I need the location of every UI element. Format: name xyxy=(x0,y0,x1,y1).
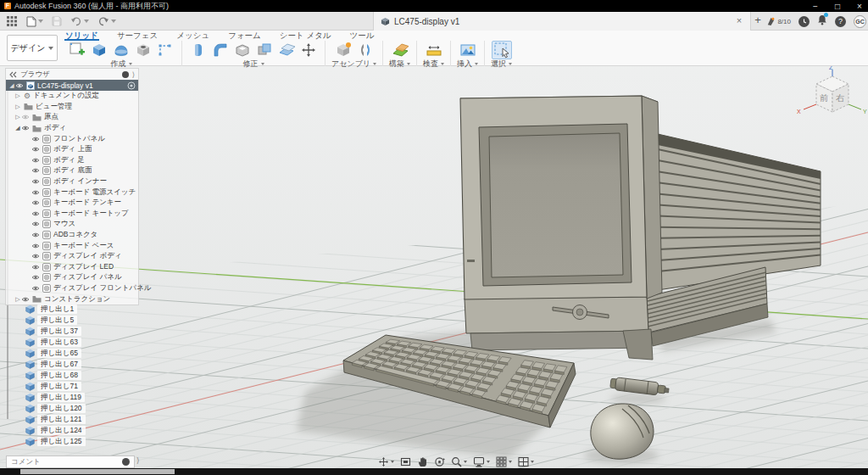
eye-icon[interactable] xyxy=(31,232,40,238)
eye-icon[interactable] xyxy=(31,253,40,260)
browser-row[interactable]: キーボード テンキー xyxy=(6,198,138,209)
activate-radio-icon[interactable] xyxy=(127,81,136,90)
eye-icon[interactable] xyxy=(31,274,40,281)
ribbon-tab-1[interactable]: サーフェス xyxy=(116,31,159,41)
expander-icon[interactable]: ▷ xyxy=(14,92,21,99)
look-at-icon[interactable] xyxy=(400,456,411,467)
browser-item-label[interactable]: マウス xyxy=(53,219,75,229)
feature-row[interactable]: 押し出し119 xyxy=(5,392,86,403)
undo-icon[interactable] xyxy=(68,14,92,29)
browser-item-label[interactable]: ドキュメントの設定 xyxy=(33,91,99,101)
browser-row[interactable]: ディスプレイ LED xyxy=(6,262,138,273)
extensions-button[interactable]: 8/10 xyxy=(766,17,791,26)
browser-row[interactable]: ディスプレイ パネル xyxy=(6,272,138,283)
browser-item-label[interactable]: ADBコネクタ xyxy=(53,230,97,240)
browser-row[interactable]: ▷ビュー管理 xyxy=(6,102,138,113)
close-button[interactable]: × xyxy=(854,1,865,12)
feature-row[interactable]: 押し出し120 xyxy=(5,403,86,414)
feature-row[interactable]: 押し出し68 xyxy=(5,370,86,381)
browser-row[interactable]: ボディ 足 xyxy=(6,155,138,166)
eye-icon[interactable] xyxy=(21,114,30,120)
feature-row[interactable]: 押し出し1 xyxy=(5,304,86,315)
browser-row[interactable]: ディスプレイ ボディ xyxy=(6,251,138,262)
offset-icon[interactable] xyxy=(276,41,297,59)
eye-icon[interactable] xyxy=(31,221,40,227)
move-icon[interactable] xyxy=(298,41,319,59)
sketch-dims-icon[interactable] xyxy=(155,41,175,59)
browser-item-label[interactable]: キーボード ベース xyxy=(53,241,114,251)
app-grid-icon[interactable] xyxy=(4,14,20,29)
feature-label[interactable]: 押し出し63 xyxy=(37,338,81,347)
panel-options-icon[interactable] xyxy=(122,71,129,78)
feature-label[interactable]: 押し出し125 xyxy=(37,437,86,446)
eye-icon[interactable] xyxy=(31,243,40,249)
browser-row[interactable]: ボディ 底面 xyxy=(6,165,138,176)
feature-row[interactable]: 押し出し71 xyxy=(5,381,86,392)
feature-label[interactable]: 押し出し71 xyxy=(37,382,81,391)
browser-row[interactable]: ◢ボディ xyxy=(6,123,138,134)
browser-item-label[interactable]: ボディ インナー xyxy=(53,176,107,187)
browser-item-label[interactable]: ボディ xyxy=(44,123,66,133)
eye-icon[interactable] xyxy=(31,146,40,153)
browser-row[interactable]: ADBコネクタ xyxy=(6,230,138,241)
browser-item-label[interactable]: 原点 xyxy=(44,112,58,122)
construct-plane-icon[interactable] xyxy=(390,41,410,59)
browser-item-label[interactable]: コンストラクション xyxy=(44,294,110,305)
eye-icon[interactable] xyxy=(31,136,40,142)
extrude-icon[interactable] xyxy=(89,41,109,59)
maximize-button[interactable]: □ xyxy=(832,1,843,12)
ribbon-tab-2[interactable]: メッシュ xyxy=(175,31,210,41)
comment-bar[interactable]: コメント xyxy=(6,455,135,468)
insert-canvas-icon[interactable] xyxy=(458,41,478,59)
workspace-selector[interactable]: デザイン xyxy=(7,35,58,61)
tab-close-icon[interactable]: × xyxy=(733,14,745,26)
browser-item-label[interactable]: ディスプレイ フロントパネル xyxy=(53,283,151,293)
browser-item-label[interactable]: ディスプレイ ボディ xyxy=(53,251,122,261)
pan-icon[interactable] xyxy=(378,456,394,467)
group-dropdown-5[interactable]: 挿入 xyxy=(457,59,478,70)
notifications-button[interactable] xyxy=(817,14,827,29)
eye-icon[interactable] xyxy=(31,264,40,271)
eye-icon[interactable] xyxy=(31,167,40,174)
combine-icon[interactable] xyxy=(254,41,275,59)
ribbon-tab-4[interactable]: シート メタル xyxy=(279,31,332,41)
feature-row[interactable]: 押し出し37 xyxy=(5,326,86,337)
browser-row[interactable]: キーボード 電源スイッチ xyxy=(6,187,138,198)
minimize-button[interactable]: − xyxy=(810,1,821,12)
press-pull-icon[interactable] xyxy=(188,41,209,59)
display-settings-icon[interactable] xyxy=(473,456,490,467)
eye-icon[interactable] xyxy=(31,157,40,164)
root-component-label[interactable]: LC475-display v1 xyxy=(37,81,127,90)
hole-icon[interactable] xyxy=(133,41,153,59)
viewports-icon[interactable] xyxy=(518,456,534,467)
browser-row[interactable]: ▷⚙ドキュメントの設定 xyxy=(6,91,138,102)
feature-label[interactable]: 押し出し68 xyxy=(37,371,81,380)
comment-expand-chevron[interactable]: ⟩ xyxy=(136,456,140,465)
browser-item-label[interactable]: ボディ 足 xyxy=(53,155,85,165)
feature-row[interactable]: 押し出し121 xyxy=(5,414,86,425)
feature-row[interactable]: 押し出し67 xyxy=(5,359,86,370)
revolve-icon[interactable] xyxy=(111,41,131,59)
group-dropdown-2[interactable]: アセンブリ xyxy=(331,59,376,70)
browser-row[interactable]: キーボード ベース xyxy=(6,240,138,251)
save-icon[interactable] xyxy=(49,14,64,29)
browser-item-label[interactable]: ボディ 上面 xyxy=(53,144,92,154)
eye-icon[interactable] xyxy=(31,285,40,292)
expander-icon[interactable]: ◢ xyxy=(14,125,21,131)
document-tab[interactable]: LC475-display v1 × xyxy=(373,12,751,31)
eye-icon[interactable] xyxy=(21,296,30,303)
ribbon-tab-0[interactable]: ソリッド xyxy=(64,31,99,41)
expander-icon[interactable]: ◢ xyxy=(8,82,15,89)
shell-icon[interactable] xyxy=(232,41,253,59)
browser-item-label[interactable]: ディスプレイ パネル xyxy=(53,272,122,282)
job-status-button[interactable] xyxy=(798,16,810,27)
feature-label[interactable]: 押し出し65 xyxy=(37,349,81,358)
feature-row[interactable]: 押し出し124 xyxy=(5,425,86,436)
browser-row[interactable]: ボディ インナー xyxy=(6,176,138,187)
feature-label[interactable]: 押し出し121 xyxy=(37,415,86,424)
browser-row[interactable]: マウス xyxy=(6,219,138,230)
view-cube[interactable]: 前 右 Z X Y xyxy=(795,63,868,132)
feature-label[interactable]: 押し出し120 xyxy=(37,404,86,413)
browser-item-label[interactable]: ビュー管理 xyxy=(36,102,72,112)
browser-item-label[interactable]: キーボード テンキー xyxy=(53,198,121,208)
